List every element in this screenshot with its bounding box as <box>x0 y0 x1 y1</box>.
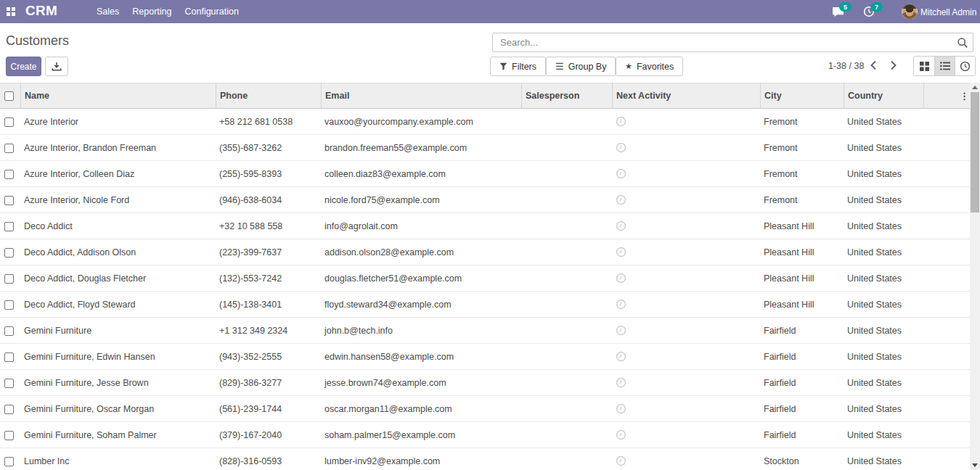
cell-phone: (223)-399-7637 <box>216 239 321 265</box>
search-input[interactable] <box>500 33 936 51</box>
row-checkbox[interactable] <box>4 222 14 231</box>
row-checkbox[interactable] <box>4 300 14 310</box>
nav-menu-reporting[interactable]: Reporting <box>132 7 171 17</box>
scroll-up-arrow[interactable] <box>972 86 978 89</box>
activities-button[interactable]: 7 <box>863 0 875 23</box>
table-row[interactable]: Lumber Inc(828)-316-0593lumber-inv92@exa… <box>0 448 970 470</box>
row-checkbox[interactable] <box>4 352 14 362</box>
table-row[interactable]: Azure Interior, Brandon Freeman(355)-687… <box>0 135 970 161</box>
cell-next-activity[interactable] <box>612 292 760 318</box>
row-checkbox[interactable] <box>4 326 14 336</box>
row-checkbox[interactable] <box>4 118 14 127</box>
cell-next-activity[interactable] <box>612 396 760 422</box>
cell-salesperson <box>521 318 612 344</box>
cell-next-activity[interactable] <box>612 187 760 213</box>
table-row[interactable]: Azure Interior, Nicole Ford(946)-638-603… <box>0 187 970 213</box>
table-row[interactable]: Azure Interior, Colleen Diaz(255)-595-83… <box>0 161 970 187</box>
cell-next-activity[interactable] <box>612 318 760 344</box>
magnifier-icon[interactable] <box>957 37 968 51</box>
avatar[interactable] <box>902 4 918 20</box>
row-checkbox-cell[interactable] <box>0 448 20 470</box>
pager-previous-button[interactable] <box>870 60 877 73</box>
select-all-checkbox-cell[interactable] <box>0 83 20 109</box>
column-header-country[interactable]: Country <box>844 83 923 109</box>
vertical-ellipsis-icon[interactable]: ⋮ <box>960 91 969 102</box>
cell-next-activity[interactable] <box>612 161 760 187</box>
cell-next-activity[interactable] <box>612 213 760 239</box>
cell-name: Gemini Furniture, Edwin Hansen <box>20 344 216 370</box>
cell-next-activity[interactable] <box>612 448 760 470</box>
cell-next-activity[interactable] <box>612 135 760 161</box>
user-menu[interactable]: Mitchell Admin <box>920 7 976 17</box>
vertical-scrollbar[interactable] <box>970 83 980 470</box>
row-checkbox-cell[interactable] <box>0 187 20 213</box>
table-row[interactable]: Gemini Furniture+1 312 349 2324john.b@te… <box>0 318 970 344</box>
group-by-button[interactable]: ☰ Group By <box>546 57 616 76</box>
row-checkbox-cell[interactable] <box>0 396 20 422</box>
row-checkbox-cell[interactable] <box>0 422 20 448</box>
row-checkbox[interactable] <box>4 431 14 440</box>
cell-country: United States <box>844 265 923 292</box>
activity-view-button[interactable] <box>955 57 975 75</box>
column-header-email[interactable]: Email <box>321 83 521 109</box>
filters-button[interactable]: Filters <box>490 57 546 76</box>
nav-menu-configuration[interactable]: Configuration <box>184 7 238 17</box>
table-row[interactable]: Deco Addict, Addison Olson(223)-399-7637… <box>0 239 970 265</box>
kanban-view-button[interactable] <box>914 57 934 75</box>
row-checkbox[interactable] <box>4 144 14 153</box>
table-row[interactable]: Deco Addict, Douglas Fletcher(132)-553-7… <box>0 265 970 292</box>
row-checkbox[interactable] <box>4 379 14 388</box>
row-checkbox-cell[interactable] <box>0 344 20 370</box>
export-button[interactable] <box>45 57 68 76</box>
scrollbar-thumb[interactable] <box>971 92 979 213</box>
row-checkbox-cell[interactable] <box>0 318 20 344</box>
column-header-phone[interactable]: Phone <box>216 83 321 109</box>
column-header-next-activity[interactable]: Next Activity <box>612 83 760 109</box>
favorites-button[interactable]: ★ Favorites <box>616 57 683 76</box>
column-header-city[interactable]: City <box>760 83 844 109</box>
row-checkbox[interactable] <box>4 405 14 414</box>
table-row[interactable]: Deco Addict, Floyd Steward(145)-138-3401… <box>0 292 970 318</box>
column-header-name[interactable]: Name <box>20 83 216 109</box>
row-checkbox-cell[interactable] <box>0 109 20 135</box>
row-checkbox[interactable] <box>4 248 14 257</box>
cell-next-activity[interactable] <box>612 109 760 135</box>
scroll-down-arrow[interactable] <box>972 463 978 467</box>
row-checkbox-cell[interactable] <box>0 135 20 161</box>
row-checkbox[interactable] <box>4 274 14 284</box>
column-header-salesperson[interactable]: Salesperson <box>521 83 612 109</box>
cell-city: Fairfield <box>760 396 844 422</box>
cell-name: Gemini Furniture <box>20 318 216 344</box>
select-all-checkbox[interactable] <box>4 91 14 101</box>
table-row[interactable]: Gemini Furniture, Oscar Morgan(561)-239-… <box>0 396 970 422</box>
row-checkbox[interactable] <box>4 196 14 205</box>
table-row[interactable]: Gemini Furniture, Jesse Brown(829)-386-3… <box>0 370 970 396</box>
apps-grid-icon[interactable] <box>7 7 15 16</box>
row-checkbox-cell[interactable] <box>0 213 20 239</box>
create-button[interactable]: Create <box>6 57 41 76</box>
cell-next-activity[interactable] <box>612 265 760 292</box>
pager-next-button[interactable] <box>890 60 897 73</box>
messages-button[interactable]: 5 <box>832 0 844 23</box>
table-row[interactable]: Azure Interior+58 212 681 0538vauxoo@you… <box>0 109 970 135</box>
cell-email: oscar.morgan11@example.com <box>321 396 521 422</box>
cell-country: United States <box>844 135 923 161</box>
cell-filler <box>923 396 970 422</box>
list-view-button[interactable] <box>934 57 955 75</box>
nav-menu-sales[interactable]: Sales <box>97 7 119 17</box>
row-checkbox[interactable] <box>4 457 14 466</box>
cell-next-activity[interactable] <box>612 422 760 448</box>
cell-next-activity[interactable] <box>612 370 760 396</box>
app-title[interactable]: CRM <box>25 3 57 19</box>
table-row[interactable]: Gemini Furniture, Soham Palmer(379)-167-… <box>0 422 970 448</box>
row-checkbox-cell[interactable] <box>0 265 20 292</box>
cell-next-activity[interactable] <box>612 239 760 265</box>
row-checkbox-cell[interactable] <box>0 239 20 265</box>
row-checkbox-cell[interactable] <box>0 370 20 396</box>
table-row[interactable]: Gemini Furniture, Edwin Hansen(943)-352-… <box>0 344 970 370</box>
row-checkbox-cell[interactable] <box>0 161 20 187</box>
cell-next-activity[interactable] <box>612 344 760 370</box>
table-row[interactable]: Deco Addict+32 10 588 558info@agrolait.c… <box>0 213 970 239</box>
row-checkbox[interactable] <box>4 170 14 179</box>
row-checkbox-cell[interactable] <box>0 292 20 318</box>
